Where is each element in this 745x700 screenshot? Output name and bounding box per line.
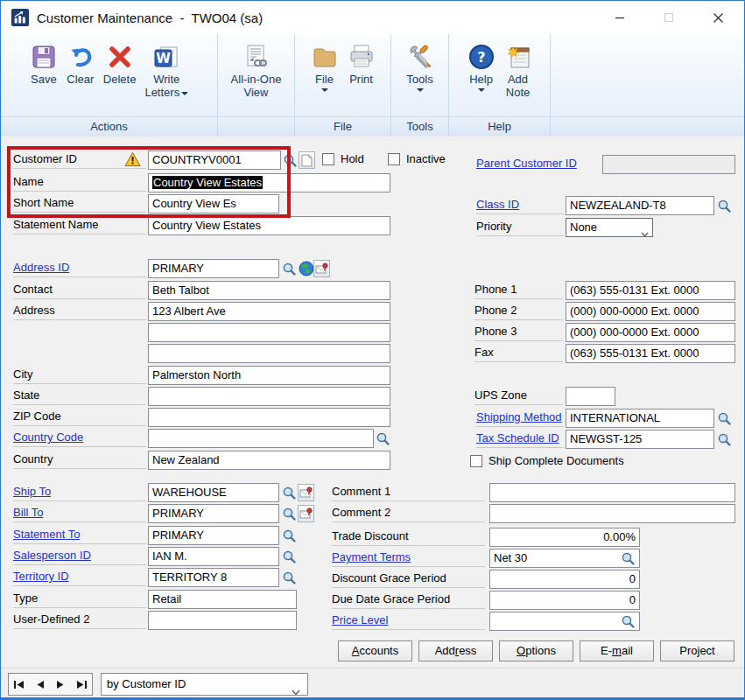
first-record-button[interactable] bbox=[11, 676, 28, 693]
salesperson-id-link[interactable]: Salesperson ID bbox=[13, 547, 146, 565]
shipping-method-link[interactable]: Shipping Method bbox=[476, 409, 564, 427]
inactive-checkbox[interactable] bbox=[388, 153, 400, 165]
address-card-pin-icon[interactable] bbox=[313, 260, 330, 277]
file-button[interactable]: File bbox=[306, 40, 343, 116]
contact-field[interactable]: Beth Talbot bbox=[148, 281, 390, 300]
map-globe-icon[interactable] bbox=[298, 260, 314, 277]
titlebar: Customer Maintenance - TWO04 (sa) bbox=[1, 1, 744, 34]
annotation-highlight-box bbox=[7, 146, 291, 218]
address-line3-field[interactable] bbox=[148, 344, 390, 363]
class-id-lookup-icon[interactable] bbox=[716, 198, 733, 214]
address-button[interactable]: Address bbox=[418, 640, 493, 662]
salesperson-id-field[interactable]: IAN M. bbox=[148, 547, 279, 566]
file-label: File bbox=[315, 73, 334, 86]
ship-complete-checkbox[interactable] bbox=[470, 455, 482, 467]
hold-checkbox[interactable] bbox=[322, 153, 334, 165]
address-line2-field[interactable] bbox=[148, 323, 390, 342]
city-field[interactable]: Palmerston North bbox=[148, 366, 390, 385]
class-id-field[interactable]: NEWZEALAND-T8 bbox=[566, 196, 714, 215]
tools-label: Tools bbox=[406, 73, 432, 86]
all-in-one-view-label-1: All-in-One bbox=[231, 73, 282, 86]
last-record-button[interactable] bbox=[73, 676, 90, 693]
project-button[interactable]: Project bbox=[660, 640, 734, 662]
write-letters-button[interactable]: W Write Letters bbox=[140, 40, 193, 116]
write-letters-label-2: Letters bbox=[144, 86, 179, 99]
discount-grace-field[interactable]: 0 bbox=[489, 570, 640, 589]
bill-to-field[interactable]: PRIMARY bbox=[148, 504, 279, 523]
add-note-icon bbox=[504, 41, 532, 73]
add-note-button[interactable]: Add Note bbox=[500, 40, 537, 116]
address-line1-field[interactable]: 123 Albert Ave bbox=[148, 302, 390, 321]
bill-to-link[interactable]: Bill To bbox=[13, 504, 146, 522]
due-date-grace-field[interactable]: 0 bbox=[489, 591, 640, 610]
email-button[interactable]: E-mail bbox=[580, 640, 654, 662]
clear-button[interactable]: Clear bbox=[62, 40, 99, 116]
accounts-button[interactable]: Accounts bbox=[338, 640, 412, 662]
ship-to-lookup-icon[interactable] bbox=[281, 485, 298, 501]
bill-to-lookup-icon[interactable] bbox=[281, 506, 298, 522]
shipping-method-field[interactable]: INTERNATIONAL bbox=[566, 409, 714, 428]
close-button[interactable] bbox=[693, 1, 742, 34]
user-defined-2-field[interactable] bbox=[148, 611, 297, 630]
bill-to-address-card-icon[interactable] bbox=[298, 505, 314, 522]
discount-grace-label: Discount Grace Period bbox=[332, 570, 485, 588]
address-id-field[interactable]: PRIMARY bbox=[148, 259, 279, 278]
salesperson-lookup-icon[interactable] bbox=[281, 549, 298, 565]
priority-dropdown[interactable]: None bbox=[566, 218, 653, 237]
price-level-lookup-icon[interactable] bbox=[620, 613, 636, 630]
tax-schedule-lookup-icon[interactable] bbox=[716, 431, 733, 448]
ship-to-field[interactable]: WAREHOUSE bbox=[148, 483, 279, 502]
phone1-label: Phone 1 bbox=[474, 281, 563, 299]
ship-to-address-card-icon[interactable] bbox=[298, 484, 314, 501]
phone1-field[interactable]: (063) 555-0131 Ext. 0000 bbox=[566, 281, 735, 300]
statement-to-link[interactable]: Statement To bbox=[13, 526, 146, 544]
minimize-button[interactable] bbox=[595, 1, 644, 34]
sort-by-value: by Customer ID bbox=[107, 677, 186, 690]
price-level-link[interactable]: Price Level bbox=[332, 612, 485, 630]
phone3-field[interactable]: (000) 000-0000 Ext. 0000 bbox=[566, 323, 735, 342]
phone2-field[interactable]: (000) 000-0000 Ext. 0000 bbox=[566, 302, 735, 321]
parent-customer-id-link[interactable]: Parent Customer ID bbox=[476, 155, 599, 172]
ups-zone-field[interactable] bbox=[566, 387, 615, 406]
all-in-one-view-button[interactable]: All-in-One View bbox=[227, 40, 286, 116]
save-button[interactable]: Save bbox=[25, 40, 62, 116]
comment1-label: Comment 1 bbox=[332, 483, 485, 501]
sort-by-dropdown[interactable]: by Customer ID bbox=[101, 673, 308, 696]
delete-button[interactable]: Delete bbox=[99, 40, 141, 116]
address-id-lookup-icon[interactable] bbox=[281, 261, 298, 277]
next-record-button[interactable] bbox=[52, 676, 69, 693]
previous-record-button[interactable] bbox=[32, 676, 49, 693]
fax-field[interactable]: (063) 555-0131 Ext. 0000 bbox=[566, 344, 735, 363]
delete-label: Delete bbox=[103, 73, 137, 86]
state-field[interactable] bbox=[148, 387, 390, 406]
territory-id-link[interactable]: Territory ID bbox=[13, 568, 146, 586]
price-level-field[interactable] bbox=[489, 612, 640, 631]
statement-to-field[interactable]: PRIMARY bbox=[148, 526, 279, 545]
help-button[interactable]: ? Help bbox=[463, 40, 500, 116]
trade-discount-field[interactable]: 0.00% bbox=[489, 528, 640, 547]
app-icon bbox=[11, 9, 29, 26]
class-id-link[interactable]: Class ID bbox=[476, 196, 564, 214]
payment-terms-lookup-icon[interactable] bbox=[620, 550, 636, 567]
tools-button[interactable]: Tools bbox=[402, 40, 439, 116]
dropdown-arrow-icon bbox=[321, 88, 328, 92]
options-button[interactable]: Options bbox=[499, 640, 573, 662]
payment-terms-field[interactable]: Net 30 bbox=[489, 549, 640, 568]
statement-to-lookup-icon[interactable] bbox=[281, 528, 298, 544]
tax-schedule-id-link[interactable]: Tax Schedule ID bbox=[476, 430, 564, 448]
ship-to-link[interactable]: Ship To bbox=[13, 483, 146, 501]
payment-terms-link[interactable]: Payment Terms bbox=[332, 549, 485, 567]
all-in-one-view-icon bbox=[242, 41, 270, 73]
address-id-link[interactable]: Address ID bbox=[13, 259, 146, 277]
territory-lookup-icon[interactable] bbox=[281, 570, 298, 586]
comment2-field[interactable] bbox=[489, 504, 735, 523]
shipping-method-lookup-icon[interactable] bbox=[716, 410, 733, 427]
comment1-field[interactable] bbox=[489, 483, 735, 502]
tax-schedule-id-field[interactable]: NEWGST-125 bbox=[566, 430, 714, 449]
customer-note-icon[interactable] bbox=[299, 151, 315, 169]
fax-label: Fax bbox=[474, 344, 563, 362]
print-button[interactable]: Print bbox=[343, 40, 380, 116]
type-field[interactable]: Retail bbox=[148, 590, 297, 609]
territory-id-field[interactable]: TERRITORY 8 bbox=[148, 568, 279, 587]
clear-label: Clear bbox=[67, 73, 94, 86]
